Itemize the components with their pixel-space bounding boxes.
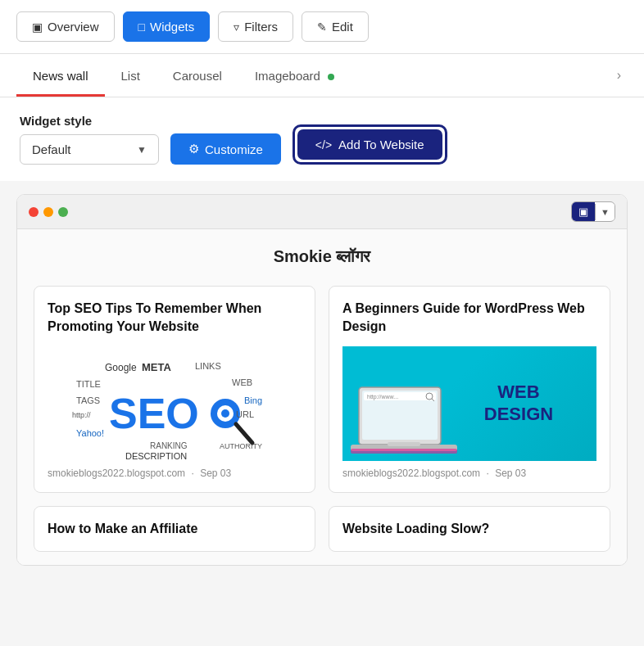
card-loading: Website Loading Slow? bbox=[329, 506, 610, 552]
tab-news-wall[interactable]: News wall bbox=[16, 54, 105, 97]
svg-text:Google: Google bbox=[105, 362, 137, 373]
dot-green bbox=[58, 207, 68, 217]
filters-label: Filters bbox=[244, 20, 278, 34]
card-web-design-image: http://www... WEBDESIGN bbox=[342, 346, 596, 461]
preview-container: ▣ ▼ Smokie ब्लॉगर Top SEO Tips To Rememb… bbox=[16, 194, 628, 566]
card-seo-title: Top SEO Tips To Remember When Promoting … bbox=[48, 300, 302, 337]
blog-title: Smokie ब्लॉगर bbox=[34, 242, 610, 271]
card-web-design-title: A Beginners Guide for WordPress Web Desi… bbox=[342, 300, 596, 337]
widget-style-dropdown[interactable]: Default ▼ bbox=[20, 134, 159, 165]
gear-icon: ⚙ bbox=[188, 142, 199, 156]
overview-icon: ▣ bbox=[32, 20, 43, 34]
edit-button[interactable]: ✎ Edit bbox=[302, 11, 369, 42]
card-seo: Top SEO Tips To Remember When Promoting … bbox=[34, 286, 315, 493]
card-loading-title: Website Loading Slow? bbox=[342, 520, 596, 538]
top-navigation: ▣ Overview □ Widgets ▿ Filters ✎ Edit bbox=[0, 0, 644, 54]
tab-carousel[interactable]: Carousel bbox=[156, 54, 238, 97]
customize-button[interactable]: ⚙ Customize bbox=[170, 133, 281, 165]
svg-text:http://www...: http://www... bbox=[367, 394, 398, 400]
tabs-chevron-icon[interactable]: › bbox=[610, 65, 628, 86]
svg-rect-27 bbox=[351, 449, 457, 454]
dot-yellow bbox=[43, 207, 53, 217]
svg-text:AUTHORITY: AUTHORITY bbox=[220, 442, 262, 450]
filters-icon: ▿ bbox=[234, 20, 239, 34]
web-design-text: WEBDESIGN bbox=[484, 382, 553, 425]
svg-text:URL: URL bbox=[236, 409, 254, 419]
card-web-design-meta: smokieblogs2022.blogspot.com · Sep 03 bbox=[342, 468, 596, 479]
svg-text:LINKS: LINKS bbox=[195, 361, 221, 371]
widgets-label: Widgets bbox=[150, 20, 194, 34]
svg-text:RANKING: RANKING bbox=[150, 441, 188, 450]
browser-chrome: ▣ ▼ bbox=[17, 195, 627, 229]
cards-grid: Top SEO Tips To Remember When Promoting … bbox=[34, 286, 610, 552]
svg-text:SEO: SEO bbox=[109, 390, 199, 437]
svg-text:Yahoo!: Yahoo! bbox=[76, 428, 104, 438]
widgets-icon: □ bbox=[138, 20, 145, 34]
browser-right: ▣ ▼ bbox=[571, 201, 615, 222]
card-web-design-date: Sep 03 bbox=[495, 468, 526, 479]
overview-button[interactable]: ▣ Overview bbox=[16, 11, 115, 42]
customize-label: Customize bbox=[205, 142, 263, 156]
card-web-design-source: smokieblogs2022.blogspot.com bbox=[342, 468, 480, 479]
card-seo-image: META LINKS Google WEB TITLE SEO TAGS bbox=[48, 346, 302, 461]
code-icon: </> bbox=[315, 138, 332, 151]
browser-dots bbox=[29, 207, 68, 217]
widgets-button[interactable]: □ Widgets bbox=[123, 11, 211, 42]
svg-text:TAGS: TAGS bbox=[76, 395, 100, 405]
add-to-website-wrapper: </> Add To Website bbox=[293, 124, 447, 165]
chevron-down-icon: ▼ bbox=[137, 144, 147, 156]
svg-rect-26 bbox=[388, 442, 420, 446]
card-web-design: A Beginners Guide for WordPress Web Desi… bbox=[329, 286, 610, 493]
card-seo-date: Sep 03 bbox=[200, 468, 231, 479]
card-seo-source: smokieblogs2022.blogspot.com bbox=[48, 468, 185, 479]
card-affiliate: How to Make an Affiliate bbox=[34, 506, 315, 552]
dot-red bbox=[29, 207, 39, 217]
svg-point-9 bbox=[221, 409, 229, 418]
device-chevron-down-icon[interactable]: ▼ bbox=[595, 204, 615, 220]
filters-button[interactable]: ▿ Filters bbox=[218, 11, 293, 42]
card-seo-meta: smokieblogs2022.blogspot.com · Sep 03 bbox=[48, 468, 302, 479]
widget-style-label: Widget style bbox=[20, 114, 159, 128]
add-to-website-label: Add To Website bbox=[338, 138, 424, 151]
svg-text:DESCRIPTION: DESCRIPTION bbox=[125, 451, 187, 461]
widget-style-col: Widget style Default ▼ bbox=[20, 114, 159, 165]
overview-label: Overview bbox=[48, 20, 99, 34]
edit-label: Edit bbox=[332, 20, 353, 34]
svg-text:WEB: WEB bbox=[232, 377, 252, 387]
device-selector: ▣ ▼ bbox=[571, 201, 615, 222]
dropdown-value: Default bbox=[32, 142, 71, 156]
tab-imageboard[interactable]: Imageboard bbox=[238, 54, 351, 97]
svg-text:http://: http:// bbox=[72, 411, 91, 419]
svg-text:TITLE: TITLE bbox=[76, 379, 101, 389]
card-affiliate-title: How to Make an Affiliate bbox=[48, 520, 302, 538]
widget-style-section: Widget style Default ▼ ⚙ Customize </> A… bbox=[0, 97, 644, 181]
svg-text:META: META bbox=[142, 361, 171, 373]
tabs-bar: News wall List Carousel Imageboard › bbox=[0, 54, 644, 97]
edit-icon: ✎ bbox=[317, 20, 327, 34]
blog-preview: Smokie ब्लॉगर Top SEO Tips To Remember W… bbox=[17, 229, 627, 565]
add-to-website-button[interactable]: </> Add To Website bbox=[297, 129, 442, 160]
svg-text:Bing: Bing bbox=[244, 395, 262, 405]
tab-list[interactable]: List bbox=[105, 54, 156, 97]
desktop-device-option[interactable]: ▣ bbox=[572, 202, 595, 221]
